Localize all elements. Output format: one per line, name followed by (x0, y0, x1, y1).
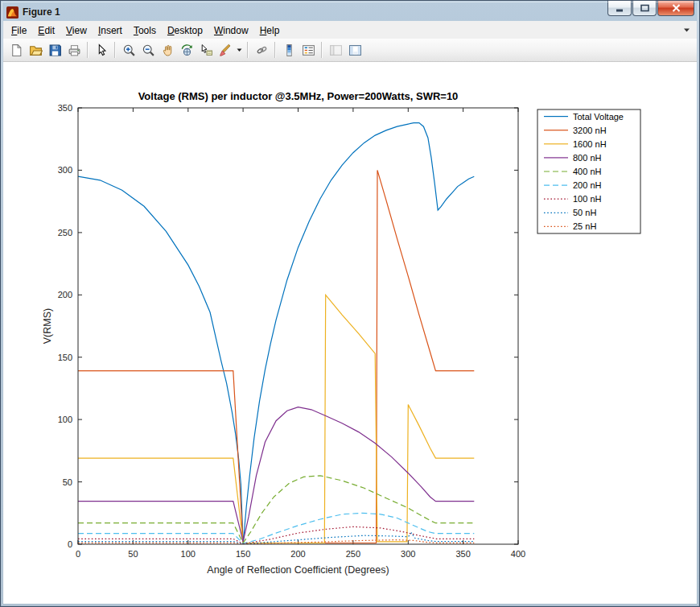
menu-edit[interactable]: Edit (32, 23, 60, 38)
menu-help[interactable]: Help (254, 23, 286, 38)
print-figure-button[interactable] (64, 41, 84, 60)
new-figure-button[interactable] (6, 41, 26, 60)
close-button[interactable] (657, 1, 694, 16)
x-tick-label: 200 (290, 549, 305, 559)
rotate-3d-icon (180, 43, 194, 57)
x-tick-label: 150 (236, 549, 250, 559)
menu-view[interactable]: View (60, 23, 93, 38)
y-axis-label: V(RMS) (42, 308, 53, 344)
menu-window[interactable]: Window (208, 23, 254, 38)
legend-label: 1600 nH (573, 139, 607, 149)
link-plot-icon (255, 43, 269, 57)
zoom-out-icon (142, 43, 155, 57)
brush-data-button[interactable] (216, 41, 235, 60)
legend-label: 50 nH (573, 208, 596, 217)
plot-area[interactable] (78, 108, 518, 544)
zoom-out-button[interactable] (138, 41, 158, 60)
toolbar-separator (114, 42, 116, 58)
menu-desktop[interactable]: Desktop (162, 23, 208, 38)
x-tick-label: 0 (76, 549, 80, 559)
toolbar-separator (274, 42, 276, 58)
x-tick-label: 400 (511, 549, 525, 559)
pan-hand-icon (161, 43, 175, 57)
x-tick-label: 350 (455, 549, 470, 559)
menubar-overflow-arrow[interactable] (683, 27, 694, 34)
x-tick-label: 300 (401, 549, 415, 559)
maximize-icon (640, 4, 649, 12)
y-tick-label: 300 (58, 165, 72, 175)
zoom-in-icon (122, 43, 136, 57)
menu-bar: File Edit View Insert Tools Desktop Wind… (3, 21, 697, 39)
minimize-icon (616, 4, 624, 12)
y-tick-label: 150 (58, 353, 72, 362)
brush-dropdown-arrow[interactable] (235, 41, 244, 60)
matlab-figure-icon (6, 6, 19, 19)
toolbar-separator (321, 42, 323, 58)
new-figure-icon (10, 43, 23, 57)
title-bar[interactable]: Figure 1 (3, 3, 697, 21)
legend-label: 25 nH (573, 221, 596, 231)
rotate-3d-button[interactable] (177, 41, 196, 60)
edit-plot-button[interactable] (92, 41, 111, 60)
legend-label: Total Voltage (573, 112, 624, 122)
y-tick-label: 100 (58, 415, 72, 424)
maximize-button[interactable] (632, 1, 657, 16)
legend[interactable]: Total Voltage3200 nH1600 nH800 nH400 nH2… (537, 109, 640, 233)
x-axis-label: Angle of Reflection Coefficient (Degrees… (207, 564, 389, 576)
colorbar-icon (282, 43, 296, 57)
x-tick-label: 50 (128, 549, 138, 559)
cursor-arrow-icon (95, 43, 109, 57)
y-tick-label: 0 (68, 539, 72, 549)
menu-tools[interactable]: Tools (128, 23, 162, 38)
data-cursor-button[interactable] (196, 41, 216, 60)
insert-colorbar-button[interactable] (279, 41, 299, 60)
legend-label: 100 nH (573, 194, 602, 204)
dropdown-caret-icon (237, 48, 242, 52)
open-folder-icon (29, 43, 43, 57)
menu-insert[interactable]: Insert (93, 23, 128, 38)
y-tick-label: 50 (63, 477, 72, 487)
figure-window: Figure 1 File Edit View Insert Tools Des… (0, 0, 700, 607)
chevron-down-icon (683, 27, 690, 34)
legend-label: 200 nH (573, 180, 602, 190)
show-plot-tools-button[interactable] (345, 41, 364, 60)
toolbar-separator (87, 42, 89, 58)
chart[interactable]: 0501001502002503003504000501001502002503… (3, 62, 697, 604)
minimize-button[interactable] (607, 1, 632, 16)
save-floppy-icon (48, 43, 62, 57)
legend-label: 400 nH (573, 167, 602, 176)
hide-plot-tools-button[interactable] (326, 41, 345, 60)
pan-button[interactable] (158, 41, 177, 60)
hide-plot-tools-icon (329, 43, 343, 57)
legend-label: 800 nH (573, 153, 602, 163)
printer-icon (68, 43, 81, 57)
link-plot-button[interactable] (252, 41, 271, 60)
figure-toolbar (3, 39, 697, 62)
legend-icon (302, 43, 315, 57)
y-tick-label: 250 (58, 228, 72, 237)
brush-icon (219, 43, 233, 57)
legend-label: 3200 nH (573, 126, 607, 135)
data-cursor-icon (200, 43, 213, 57)
y-tick-label: 350 (58, 103, 72, 113)
show-plot-tools-icon (348, 43, 362, 57)
close-icon (672, 4, 681, 12)
menu-file[interactable]: File (6, 23, 32, 38)
figure-canvas[interactable]: 0501001502002503003504000501001502002503… (3, 62, 697, 604)
y-tick-label: 200 (58, 290, 72, 299)
x-tick-label: 250 (346, 549, 360, 559)
window-title: Figure 1 (23, 6, 60, 18)
open-file-button[interactable] (26, 41, 45, 60)
save-figure-button[interactable] (45, 41, 64, 60)
zoom-in-button[interactable] (119, 41, 138, 60)
x-tick-label: 100 (181, 549, 196, 559)
chart-title: Voltage (RMS) per inductor @3.5MHz, Powe… (138, 90, 459, 102)
toolbar-separator (247, 42, 249, 58)
insert-legend-button[interactable] (299, 41, 318, 60)
window-controls (607, 1, 694, 16)
